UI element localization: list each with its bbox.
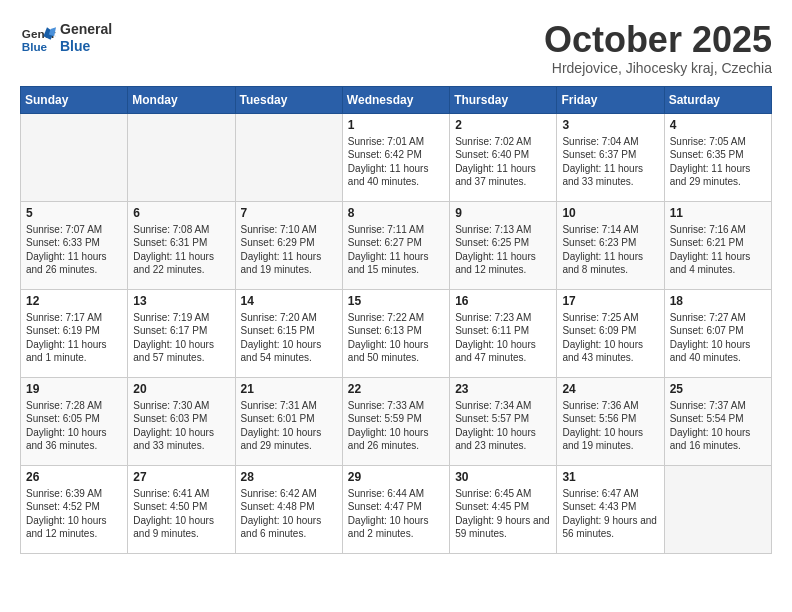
month-title: October 2025	[544, 20, 772, 60]
day-number: 24	[562, 382, 658, 396]
day-number: 8	[348, 206, 444, 220]
calendar-cell: 3Sunrise: 7:04 AM Sunset: 6:37 PM Daylig…	[557, 113, 664, 201]
day-number: 26	[26, 470, 122, 484]
day-info: Sunrise: 7:30 AM Sunset: 6:03 PM Dayligh…	[133, 399, 229, 453]
day-info: Sunrise: 7:37 AM Sunset: 5:54 PM Dayligh…	[670, 399, 766, 453]
calendar-week-row: 5Sunrise: 7:07 AM Sunset: 6:33 PM Daylig…	[21, 201, 772, 289]
calendar-week-row: 19Sunrise: 7:28 AM Sunset: 6:05 PM Dayli…	[21, 377, 772, 465]
day-info: Sunrise: 7:25 AM Sunset: 6:09 PM Dayligh…	[562, 311, 658, 365]
calendar-cell: 10Sunrise: 7:14 AM Sunset: 6:23 PM Dayli…	[557, 201, 664, 289]
day-number: 16	[455, 294, 551, 308]
day-info: Sunrise: 7:13 AM Sunset: 6:25 PM Dayligh…	[455, 223, 551, 277]
calendar-cell: 21Sunrise: 7:31 AM Sunset: 6:01 PM Dayli…	[235, 377, 342, 465]
calendar-cell: 11Sunrise: 7:16 AM Sunset: 6:21 PM Dayli…	[664, 201, 771, 289]
day-number: 11	[670, 206, 766, 220]
day-info: Sunrise: 6:47 AM Sunset: 4:43 PM Dayligh…	[562, 487, 658, 541]
calendar-cell: 23Sunrise: 7:34 AM Sunset: 5:57 PM Dayli…	[450, 377, 557, 465]
day-number: 14	[241, 294, 337, 308]
calendar-cell: 19Sunrise: 7:28 AM Sunset: 6:05 PM Dayli…	[21, 377, 128, 465]
calendar-cell: 6Sunrise: 7:08 AM Sunset: 6:31 PM Daylig…	[128, 201, 235, 289]
day-info: Sunrise: 6:41 AM Sunset: 4:50 PM Dayligh…	[133, 487, 229, 541]
calendar-cell: 22Sunrise: 7:33 AM Sunset: 5:59 PM Dayli…	[342, 377, 449, 465]
calendar-cell: 13Sunrise: 7:19 AM Sunset: 6:17 PM Dayli…	[128, 289, 235, 377]
calendar-week-row: 1Sunrise: 7:01 AM Sunset: 6:42 PM Daylig…	[21, 113, 772, 201]
calendar-week-row: 26Sunrise: 6:39 AM Sunset: 4:52 PM Dayli…	[21, 465, 772, 553]
day-info: Sunrise: 6:39 AM Sunset: 4:52 PM Dayligh…	[26, 487, 122, 541]
day-info: Sunrise: 7:08 AM Sunset: 6:31 PM Dayligh…	[133, 223, 229, 277]
day-number: 10	[562, 206, 658, 220]
calendar-cell: 29Sunrise: 6:44 AM Sunset: 4:47 PM Dayli…	[342, 465, 449, 553]
weekday-header-wednesday: Wednesday	[342, 86, 449, 113]
calendar-cell: 26Sunrise: 6:39 AM Sunset: 4:52 PM Dayli…	[21, 465, 128, 553]
calendar-cell: 17Sunrise: 7:25 AM Sunset: 6:09 PM Dayli…	[557, 289, 664, 377]
day-number: 3	[562, 118, 658, 132]
logo-icon: General Blue	[20, 20, 56, 56]
day-number: 29	[348, 470, 444, 484]
calendar-cell: 5Sunrise: 7:07 AM Sunset: 6:33 PM Daylig…	[21, 201, 128, 289]
day-info: Sunrise: 7:23 AM Sunset: 6:11 PM Dayligh…	[455, 311, 551, 365]
day-info: Sunrise: 7:11 AM Sunset: 6:27 PM Dayligh…	[348, 223, 444, 277]
page-header: General Blue General Blue October 2025 H…	[20, 20, 772, 76]
calendar-cell	[664, 465, 771, 553]
calendar-cell	[128, 113, 235, 201]
day-number: 7	[241, 206, 337, 220]
calendar-cell: 30Sunrise: 6:45 AM Sunset: 4:45 PM Dayli…	[450, 465, 557, 553]
day-number: 17	[562, 294, 658, 308]
day-info: Sunrise: 7:36 AM Sunset: 5:56 PM Dayligh…	[562, 399, 658, 453]
day-info: Sunrise: 7:20 AM Sunset: 6:15 PM Dayligh…	[241, 311, 337, 365]
day-info: Sunrise: 6:45 AM Sunset: 4:45 PM Dayligh…	[455, 487, 551, 541]
day-info: Sunrise: 6:44 AM Sunset: 4:47 PM Dayligh…	[348, 487, 444, 541]
calendar-cell: 24Sunrise: 7:36 AM Sunset: 5:56 PM Dayli…	[557, 377, 664, 465]
weekday-header-monday: Monday	[128, 86, 235, 113]
day-info: Sunrise: 7:01 AM Sunset: 6:42 PM Dayligh…	[348, 135, 444, 189]
day-info: Sunrise: 7:33 AM Sunset: 5:59 PM Dayligh…	[348, 399, 444, 453]
weekday-header-saturday: Saturday	[664, 86, 771, 113]
calendar-cell: 4Sunrise: 7:05 AM Sunset: 6:35 PM Daylig…	[664, 113, 771, 201]
weekday-header-tuesday: Tuesday	[235, 86, 342, 113]
title-block: October 2025 Hrdejovice, Jihocesky kraj,…	[544, 20, 772, 76]
calendar-cell: 2Sunrise: 7:02 AM Sunset: 6:40 PM Daylig…	[450, 113, 557, 201]
day-info: Sunrise: 7:17 AM Sunset: 6:19 PM Dayligh…	[26, 311, 122, 365]
weekday-header-sunday: Sunday	[21, 86, 128, 113]
day-info: Sunrise: 6:42 AM Sunset: 4:48 PM Dayligh…	[241, 487, 337, 541]
day-number: 13	[133, 294, 229, 308]
day-info: Sunrise: 7:07 AM Sunset: 6:33 PM Dayligh…	[26, 223, 122, 277]
day-info: Sunrise: 7:10 AM Sunset: 6:29 PM Dayligh…	[241, 223, 337, 277]
calendar-cell: 9Sunrise: 7:13 AM Sunset: 6:25 PM Daylig…	[450, 201, 557, 289]
day-info: Sunrise: 7:28 AM Sunset: 6:05 PM Dayligh…	[26, 399, 122, 453]
day-info: Sunrise: 7:31 AM Sunset: 6:01 PM Dayligh…	[241, 399, 337, 453]
day-number: 27	[133, 470, 229, 484]
calendar-cell: 15Sunrise: 7:22 AM Sunset: 6:13 PM Dayli…	[342, 289, 449, 377]
day-number: 25	[670, 382, 766, 396]
day-info: Sunrise: 7:05 AM Sunset: 6:35 PM Dayligh…	[670, 135, 766, 189]
calendar-cell: 27Sunrise: 6:41 AM Sunset: 4:50 PM Dayli…	[128, 465, 235, 553]
day-info: Sunrise: 7:22 AM Sunset: 6:13 PM Dayligh…	[348, 311, 444, 365]
day-number: 22	[348, 382, 444, 396]
calendar-cell: 12Sunrise: 7:17 AM Sunset: 6:19 PM Dayli…	[21, 289, 128, 377]
day-info: Sunrise: 7:27 AM Sunset: 6:07 PM Dayligh…	[670, 311, 766, 365]
day-number: 6	[133, 206, 229, 220]
day-number: 19	[26, 382, 122, 396]
logo-text: General Blue	[60, 21, 112, 55]
day-number: 28	[241, 470, 337, 484]
calendar-cell: 25Sunrise: 7:37 AM Sunset: 5:54 PM Dayli…	[664, 377, 771, 465]
calendar-cell: 16Sunrise: 7:23 AM Sunset: 6:11 PM Dayli…	[450, 289, 557, 377]
weekday-header-friday: Friday	[557, 86, 664, 113]
day-number: 9	[455, 206, 551, 220]
location-subtitle: Hrdejovice, Jihocesky kraj, Czechia	[544, 60, 772, 76]
day-number: 15	[348, 294, 444, 308]
day-number: 1	[348, 118, 444, 132]
calendar-cell: 18Sunrise: 7:27 AM Sunset: 6:07 PM Dayli…	[664, 289, 771, 377]
calendar-cell: 8Sunrise: 7:11 AM Sunset: 6:27 PM Daylig…	[342, 201, 449, 289]
calendar-week-row: 12Sunrise: 7:17 AM Sunset: 6:19 PM Dayli…	[21, 289, 772, 377]
calendar-cell: 1Sunrise: 7:01 AM Sunset: 6:42 PM Daylig…	[342, 113, 449, 201]
calendar-table: SundayMondayTuesdayWednesdayThursdayFrid…	[20, 86, 772, 554]
calendar-cell: 31Sunrise: 6:47 AM Sunset: 4:43 PM Dayli…	[557, 465, 664, 553]
svg-text:Blue: Blue	[22, 40, 48, 53]
calendar-cell	[21, 113, 128, 201]
calendar-cell: 7Sunrise: 7:10 AM Sunset: 6:29 PM Daylig…	[235, 201, 342, 289]
day-number: 23	[455, 382, 551, 396]
calendar-cell: 14Sunrise: 7:20 AM Sunset: 6:15 PM Dayli…	[235, 289, 342, 377]
day-info: Sunrise: 7:34 AM Sunset: 5:57 PM Dayligh…	[455, 399, 551, 453]
calendar-cell: 28Sunrise: 6:42 AM Sunset: 4:48 PM Dayli…	[235, 465, 342, 553]
